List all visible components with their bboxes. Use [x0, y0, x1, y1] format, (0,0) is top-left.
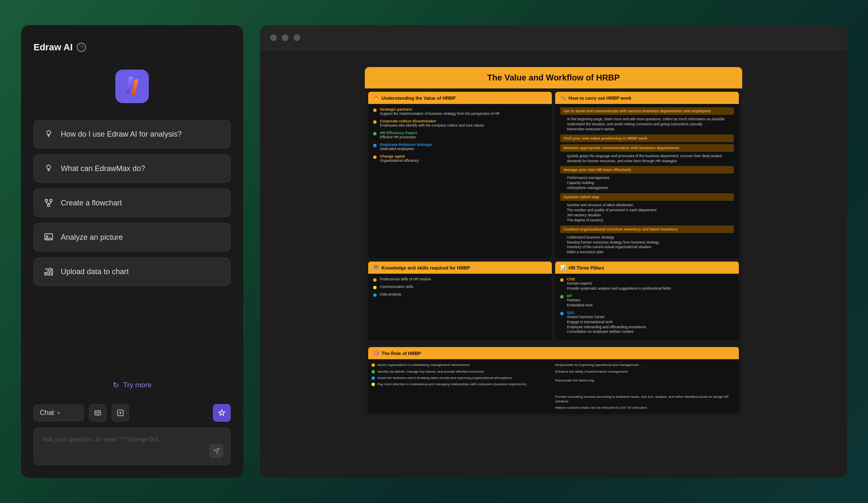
- bullet-dot: [373, 293, 377, 297]
- role-row: Assist organizations in establishing man…: [372, 363, 552, 367]
- hrbp-main-title-bar: The Value and Workflow of HRBP: [365, 67, 742, 88]
- chat-input-area: Ask your question, or enter "/" change b…: [34, 428, 231, 465]
- role-left-col: Assist organizations in establishing man…: [372, 363, 552, 410]
- hammer-icon: 🔨: [560, 95, 566, 101]
- card-label: HR Efficiency Expert: [380, 131, 418, 135]
- bullet-dot: [373, 278, 377, 282]
- role-row: Identify top talents, manage key talents…: [372, 369, 552, 374]
- card-understanding-title: 🔥 Understanding the Value of HRBP: [368, 92, 552, 104]
- bullet-dot: [372, 363, 375, 367]
- card-understanding: 🔥 Understanding the Value of HRBP Strate…: [368, 92, 552, 258]
- chat-selector-value: Chat: [40, 409, 54, 417]
- bullet-dot: [372, 376, 375, 380]
- sub-section-bar: Conduct organizational structure invento…: [560, 226, 734, 233]
- edit-icon-button[interactable]: [89, 404, 107, 422]
- try-more-button[interactable]: ↻ Try more: [104, 375, 160, 396]
- menu-label-flowchart: Create a flowchart: [61, 199, 122, 207]
- magic-button[interactable]: [213, 404, 231, 422]
- send-button[interactable]: [209, 444, 223, 458]
- chat-selector[interactable]: Chat ▾: [34, 404, 84, 421]
- card-row: COE Domain experts Provide systematic an…: [560, 277, 734, 291]
- hrbp-top-grid: 🔥 Understanding the Value of HRBP Strate…: [365, 88, 742, 344]
- traffic-light-3: [294, 34, 300, 41]
- card-desc: Employees who identify with the company …: [380, 123, 484, 128]
- card-desc: Efficient HR processes: [380, 135, 418, 140]
- bullet-dot: [560, 278, 564, 282]
- card-desc: Dedicated employees: [380, 147, 432, 152]
- panel-header: Edraw AI ?: [34, 42, 231, 53]
- menu-list: How do I use Edraw AI for analysis? What…: [34, 120, 231, 371]
- card-three-pillars-title: 📊 HR Three Pillars: [555, 262, 739, 274]
- menu-label-edrawmax: What can EdrawMax do?: [61, 164, 145, 173]
- card-label: Employee Relations Manager: [380, 143, 432, 147]
- card-understanding-body: Strategic partners Support the implement…: [368, 104, 552, 169]
- role-grid: Assist organizations in establishing man…: [368, 359, 739, 413]
- sub-section-bar: Manage your own HR team effectively: [560, 166, 734, 174]
- target-icon: 🎯: [373, 350, 379, 356]
- book-icon: 📚: [373, 265, 379, 270]
- card-desc: Support the implementation of business s…: [380, 111, 499, 117]
- menu-label-upload-data: Upload data to chart: [61, 267, 129, 276]
- app-logo: [115, 70, 149, 103]
- bullet-dot: [560, 312, 564, 315]
- menu-label-analyze-picture: Analyze an picture: [61, 233, 123, 242]
- hrbp-main-title: The Value and Workflow of HRBP: [373, 73, 734, 83]
- card-knowledge-title: 📚 Knowledge and skills required for HRBP: [368, 262, 552, 274]
- menu-item-analyze-picture[interactable]: Analyze an picture: [34, 223, 231, 252]
- bullet-dot: [373, 286, 377, 289]
- bullet-dot: [373, 156, 377, 159]
- bullet-dot: [372, 383, 375, 386]
- card-row: Employee Relations Manager Dedicated emp…: [373, 143, 547, 152]
- card-how-to-carry-body: Get to know and communicate with various…: [555, 104, 739, 258]
- bottom-bar: Chat ▾: [34, 404, 231, 465]
- menu-label-analysis: How do I use Edraw AI for analysis?: [61, 130, 182, 139]
- card-row: Strategic partners Support the implement…: [373, 107, 547, 117]
- bullet-dot: [373, 120, 377, 124]
- menu-item-upload-data[interactable]: Upload data to chart: [34, 257, 231, 286]
- card-knowledge: 📚 Knowledge and skills required for HRBP…: [368, 262, 552, 340]
- svg-rect-4: [45, 200, 48, 202]
- hrbp-bottom-section: 🎯 The Role of HRBP Assist organizations …: [365, 344, 742, 417]
- refresh-icon: ↻: [113, 381, 119, 390]
- image-analyze-icon: [43, 232, 54, 243]
- bullet-dot: [372, 370, 375, 373]
- card-row: BP Partners Embedded work: [560, 294, 734, 308]
- sub-section-bar: Dynamic talent map: [560, 193, 734, 201]
- help-icon[interactable]: ?: [77, 43, 86, 52]
- traffic-light-2: [282, 34, 288, 41]
- sub-section-bar: Get to know and communicate with various…: [560, 107, 734, 115]
- chart-icon: 📊: [560, 265, 566, 270]
- svg-rect-16: [95, 411, 101, 415]
- menu-item-edrawmax[interactable]: What can EdrawMax do?: [34, 154, 231, 183]
- app-title: Edraw AI: [34, 42, 73, 53]
- try-more-label: Try more: [123, 381, 151, 389]
- svg-rect-13: [45, 272, 47, 275]
- card-how-to-carry: 🔨 How to carry out HRBP work Get to know…: [555, 92, 739, 258]
- bulb-icon-1: [43, 129, 54, 140]
- svg-rect-14: [48, 270, 49, 275]
- flowchart-icon: [43, 197, 54, 208]
- svg-rect-6: [47, 205, 50, 207]
- menu-item-analysis[interactable]: How do I use Edraw AI for analysis?: [34, 120, 231, 148]
- bullet-dot: [560, 295, 564, 298]
- svg-rect-5: [50, 200, 52, 202]
- role-right-col: Responsible for improving operational an…: [555, 363, 735, 410]
- diagram-area: The Value and Workflow of HRBP 🔥 Underst…: [260, 50, 847, 478]
- card-role-title: 🎯 The Role of HRBP: [368, 347, 739, 359]
- card-row: Change agent Organizational efficiency: [373, 154, 547, 163]
- bulb-icon-2: [43, 163, 54, 174]
- menu-item-flowchart[interactable]: Create a flowchart: [34, 189, 231, 217]
- card-how-to-carry-title: 🔨 How to carry out HRBP work: [555, 92, 739, 104]
- bullet-dot: [373, 109, 377, 112]
- window-header: [260, 25, 847, 50]
- slash-logo-icon: [125, 77, 139, 96]
- svg-point-0: [47, 131, 50, 135]
- input-placeholder-text: Ask your question, or enter "/" change b…: [42, 436, 159, 443]
- chevron-down-icon: ▾: [57, 410, 60, 416]
- card-row: Data analysis: [373, 292, 547, 297]
- card-label: Corporate culture disseminator: [380, 119, 484, 123]
- card-desc: Organizational efficiency: [380, 158, 418, 163]
- card-knowledge-body: Professional skills of HR module Communi…: [368, 274, 552, 303]
- card-label: Strategic partners: [380, 107, 499, 111]
- plus-icon-button[interactable]: [112, 404, 129, 422]
